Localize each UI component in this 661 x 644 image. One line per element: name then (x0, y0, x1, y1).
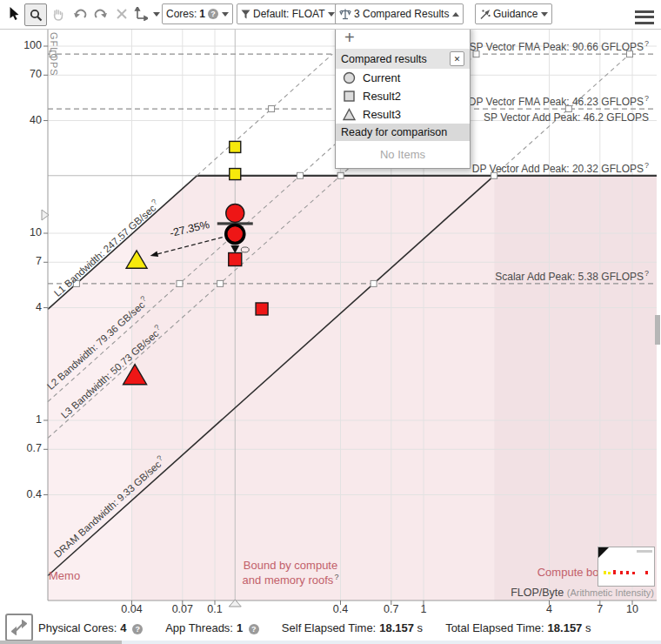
compared-item-result3[interactable]: Result3 (336, 105, 470, 124)
compared-results-label: 3 Compared Results (354, 8, 449, 20)
zone-label-mixed-line1: Bound by compute (233, 559, 348, 572)
roof-handle[interactable] (269, 106, 275, 112)
export-caret-icon[interactable] (153, 12, 160, 17)
toolbar: Cores: 1 ? Default: FLOAT 3 Compared Res… (0, 0, 661, 30)
current-circle-icon (343, 71, 356, 84)
redo-icon[interactable] (90, 3, 111, 24)
roof-handle[interactable] (217, 280, 224, 286)
cores-caret-icon (222, 12, 229, 17)
roof-label: Scalar Add Peak: 5.38 GFLOPS? (495, 269, 649, 283)
minimap-corner-icon (598, 547, 609, 558)
data-point[interactable] (226, 225, 244, 243)
roof-handle[interactable] (371, 280, 377, 286)
x-axis-subtitle: (Arithmetic Intensity) (567, 587, 654, 598)
roof-label: SP Vector FMA Peak: 90.66 GFLOPS? (469, 39, 649, 53)
guidance-caret-icon (541, 12, 548, 17)
roof-label: SP Vector Add Peak: 46.2 GFLOPS (484, 111, 649, 124)
ready-for-comparison-header: Ready for comparison (336, 124, 470, 141)
bandwidth-line-ext (197, 54, 332, 176)
data-point[interactable] (229, 253, 242, 266)
no-items-label: No Items (336, 141, 470, 168)
select-cursor-icon[interactable] (3, 3, 24, 24)
roof-label: DP Vector FMA Peak: 46.23 GFLOPS? (469, 94, 649, 108)
cores-label: Cores: (166, 8, 197, 20)
zone-label-memory-bound: Memo (49, 569, 80, 582)
compared-results-dropdown[interactable]: 3 Compared Results (335, 3, 464, 24)
menu-icon[interactable] (635, 7, 654, 27)
compared-results-header: Compared results ✕ (336, 49, 470, 69)
data-point[interactable] (226, 204, 244, 222)
undo-icon[interactable] (70, 3, 90, 24)
cores-dropdown[interactable]: Cores: 1 ? (162, 3, 233, 24)
result3-triangle-icon (343, 108, 356, 121)
cores-value: 1 (199, 8, 205, 20)
roof-handle[interactable] (177, 280, 183, 286)
pan-tool-icon[interactable] (47, 3, 68, 24)
data-point[interactable] (230, 169, 241, 180)
data-point[interactable] (230, 141, 241, 152)
zone-label-mixed-line2: and memory roofs? (233, 573, 348, 587)
compare-scales-icon (339, 8, 351, 20)
compared-caret-up-icon (452, 12, 459, 17)
x-axis-title: FLOP/Byte (Arithmetic Intensity) (511, 587, 654, 599)
cancel-icon[interactable] (111, 3, 132, 24)
compared-item-current[interactable]: Current (336, 69, 470, 87)
guidance-label: Guidance (493, 8, 537, 20)
minimap-caption (637, 550, 652, 553)
close-icon[interactable]: ✕ (450, 51, 464, 66)
guidance-dropdown[interactable]: Guidance (475, 3, 552, 24)
roof-handle[interactable] (297, 172, 303, 178)
filter-dropdown[interactable]: Default: FLOAT (237, 3, 339, 24)
filter-label: Default: FLOAT (253, 8, 324, 20)
roof-label: DP Vector Add Peak: 20.32 GFLOPS? (472, 161, 649, 175)
minimap[interactable] (598, 547, 655, 587)
export-axes-icon[interactable] (130, 3, 151, 24)
result2-square-icon (343, 90, 356, 103)
vertical-scrollbar-thumb[interactable] (655, 315, 660, 345)
cores-help-icon[interactable]: ? (208, 9, 218, 19)
guidance-wand-icon (479, 9, 491, 20)
compared-results-panel: + Compared results ✕ Current Result2 Res… (335, 25, 471, 169)
zoom-tool-icon[interactable] (24, 3, 47, 26)
y-axis-title: GFLOPS (49, 32, 59, 77)
roof-handle[interactable] (337, 172, 344, 178)
compared-item-result2[interactable]: Result2 (336, 87, 470, 105)
filter-funnel-icon (241, 10, 250, 19)
data-point[interactable] (256, 303, 268, 315)
